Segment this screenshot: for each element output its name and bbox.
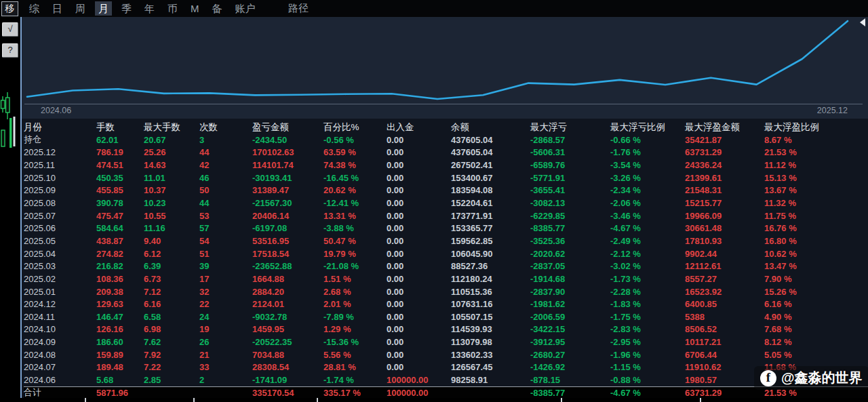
table-row[interactable]: 2024.09186.607.6226-20522.35-15.36 %0.00…: [24, 336, 868, 348]
table-cell: 26: [199, 337, 252, 347]
table-cell: 9.40: [144, 236, 199, 246]
tab-ri[interactable]: 日: [49, 1, 66, 16]
column-header[interactable]: 最大浮亏: [530, 121, 610, 134]
table-row[interactable]: 2025.11474.5114.6342114101.7474.38 %0.00…: [24, 159, 868, 172]
confirm-button[interactable]: √: [2, 22, 18, 37]
path-label[interactable]: 路径: [288, 2, 309, 15]
column-header[interactable]: 盈亏金额: [252, 121, 323, 134]
tab-bi[interactable]: 币: [164, 1, 181, 16]
column-header[interactable]: 最大浮盈金额: [685, 121, 764, 134]
table-cell: 15.13 %: [764, 173, 868, 183]
column-header[interactable]: 百分比%: [323, 121, 387, 134]
table-row[interactable]: 2024.12129.636.16222124.012.01 %0.001076…: [24, 298, 868, 310]
table-cell: -15.36 %: [323, 337, 387, 347]
table-cell: -1914.68: [530, 274, 610, 284]
table-cell: -20522.35: [252, 337, 323, 347]
table-cell: -2837.90: [530, 287, 610, 297]
table-cell: 0.00: [387, 337, 451, 347]
watermark: f @鑫淼的世界: [754, 366, 868, 390]
table-row[interactable]: 2025.09455.8510.375031389.4720.62 %0.001…: [24, 184, 868, 197]
table-cell: 2024.12: [24, 299, 96, 309]
table-row[interactable]: 2024.07189.487.223328308.5428.81 %0.0012…: [24, 361, 868, 374]
table-row[interactable]: 2024.08159.897.92217034.885.56 %0.001336…: [24, 348, 868, 361]
table-cell: 2024.10: [24, 324, 96, 334]
tab-bei[interactable]: 备: [209, 1, 226, 16]
table-row[interactable]: 2025.10450.3511.0146-30193.41-16.45 %0.0…: [24, 172, 868, 184]
column-header[interactable]: 手数: [96, 121, 144, 134]
table-cell: 1.29 %: [323, 324, 387, 334]
table-cell: 63731.29: [685, 388, 764, 398]
table-row[interactable]: 2025.08390.7810.2344-21567.30-12.41 %0.0…: [24, 197, 868, 209]
tab-ji[interactable]: 季: [118, 1, 135, 16]
table-row[interactable]: 2025.06584.6411.1657-6197.08-3.88 %0.001…: [24, 222, 868, 235]
column-header[interactable]: 次数: [199, 121, 252, 134]
column-header[interactable]: 最大浮亏比例: [610, 121, 685, 134]
table-cell: 10.62 %: [764, 249, 868, 259]
table-cell: 153400.67: [451, 173, 530, 183]
column-header[interactable]: 月份: [24, 121, 96, 134]
table-row[interactable]: 2025.07475.4710.555320406.1413.31 %0.001…: [24, 209, 868, 222]
table-row[interactable]: 2025.04274.826.125117518.5419.79 %0.0010…: [24, 247, 868, 260]
table-cell: 126.16: [96, 324, 144, 334]
table-cell: 0.00: [387, 173, 451, 183]
table-cell: 16.80 %: [764, 236, 868, 246]
table-cell: 7.92: [144, 350, 199, 360]
table-cell: 0.00: [387, 324, 451, 334]
table-cell: 437605.04: [451, 135, 530, 145]
table-row[interactable]: 2024.10126.166.98191459.951.29 %0.001145…: [24, 323, 868, 336]
tab-m[interactable]: M: [187, 1, 203, 16]
scroll-left-arrow-icon[interactable]: [860, 18, 865, 26]
table-cell: -21567.30: [252, 198, 323, 208]
backtest-report-window: 移 综日周月季年币M备账户 路径 √ ? 2024.06 2025.12: [0, 0, 868, 402]
table-cell: 114101.74: [252, 160, 323, 170]
table-cell: 0.00: [387, 274, 451, 284]
column-header[interactable]: 最大浮盈比例: [764, 121, 868, 134]
column-header[interactable]: 最大手数: [144, 121, 199, 134]
table-cell: 152204.61: [451, 198, 530, 208]
table-cell: 62.01: [96, 135, 144, 145]
facebook-icon: f: [760, 370, 776, 386]
tab-zhanghu[interactable]: 账户: [232, 1, 259, 16]
table-cell: 7.22: [144, 362, 199, 372]
table-cell: 63.59 %: [323, 147, 387, 157]
column-header[interactable]: 余额: [451, 121, 530, 134]
table-cell: -3.46 %: [610, 211, 685, 221]
table-cell: 7.62: [144, 337, 199, 347]
ruler-tick: [317, 398, 318, 402]
table-cell: -5606.31: [530, 147, 610, 157]
table-cell: 44: [199, 147, 252, 157]
table-row[interactable]: 2024.065.682.852-1741.09-1.74 %100000.00…: [24, 374, 868, 386]
table-row[interactable]: 2025.05438.879.405453516.9550.47 %0.0015…: [24, 235, 868, 247]
tab-zong[interactable]: 综: [26, 1, 43, 16]
table-cell: 16523.92: [685, 287, 764, 297]
table-cell: -3082.13: [530, 198, 610, 208]
bottom-ruler: [20, 398, 868, 402]
table-row[interactable]: 2025.03216.826.3939-23652.88-21.08 %0.00…: [24, 260, 868, 273]
table-row[interactable]: 2025.01209.387.12322884.202.68 %0.001105…: [24, 285, 868, 298]
table-row[interactable]: 持仓62.0120.673-2434.50-0.56 %0.00437605.0…: [24, 134, 868, 146]
table-cell: 20.67: [144, 135, 199, 145]
table-row[interactable]: 2025.12786.1925.2644170102.6363.59 %0.00…: [24, 146, 868, 159]
column-header[interactable]: 出入金: [387, 121, 451, 134]
table-cell: 53: [199, 211, 252, 221]
help-button[interactable]: ?: [2, 43, 18, 58]
table-cell: 450.35: [96, 173, 144, 183]
table-cell: -3.88 %: [323, 223, 387, 233]
table-cell: 100000.00: [387, 388, 451, 398]
table-cell: 35421.87: [685, 135, 764, 145]
tab-yue[interactable]: 月: [95, 1, 112, 16]
ruler-tick: [700, 398, 701, 402]
table-cell: 11.16: [144, 223, 199, 233]
table-cell: 10.55: [144, 211, 199, 221]
tab-nian[interactable]: 年: [141, 1, 158, 16]
tab-zhou[interactable]: 周: [72, 1, 89, 16]
table-cell: -2.95 %: [610, 337, 685, 347]
table-cell: 63731.29: [685, 147, 764, 157]
table-row[interactable]: 2025.02108.366.73171664.881.51 %0.001121…: [24, 273, 868, 285]
table-cell: -3.26 %: [610, 173, 685, 183]
move-button[interactable]: 移: [1, 1, 18, 16]
table-cell: 2025.09: [24, 185, 96, 195]
table-row[interactable]: 2024.11146.476.5824-9032.78-7.89 %0.0010…: [24, 310, 868, 323]
total-row[interactable]: 合计5871.96335170.54335.17 %100000.00-8385…: [24, 386, 868, 399]
table-cell: -2006.59: [530, 312, 610, 322]
